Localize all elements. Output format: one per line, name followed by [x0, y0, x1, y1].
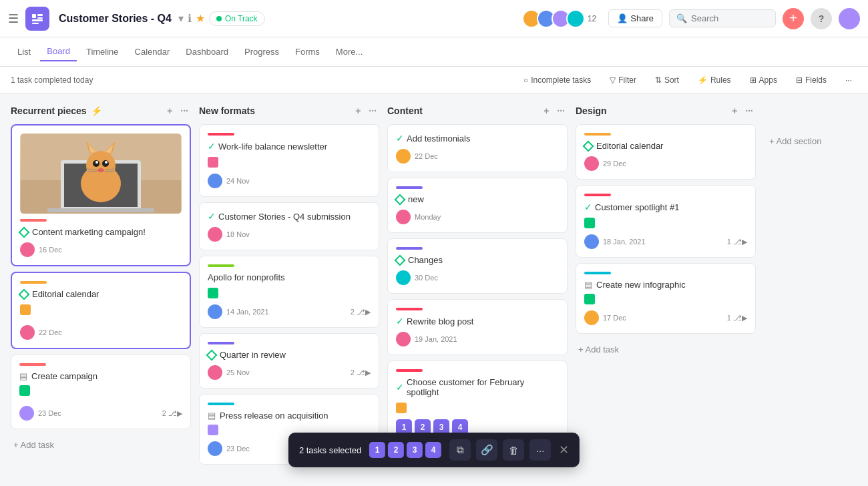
- sel-num-3: 3: [407, 442, 423, 458]
- card-create-campaign[interactable]: ▤ Create campaign 23 Dec 2 ⎇▶: [11, 354, 191, 429]
- more-col-btn[interactable]: ···: [178, 104, 191, 117]
- user-avatar[interactable]: [839, 8, 860, 29]
- column-header-design: Design + ···: [576, 104, 756, 117]
- assignee-avatar: [208, 174, 222, 188]
- card-rewrite-blog[interactable]: ✓Rewrite blog post 19 Jan, 2021: [387, 299, 568, 355]
- card-color-bar: [396, 247, 423, 250]
- column-header-actions: + ···: [541, 104, 568, 117]
- task-completion-status: 1 task completed today: [11, 75, 93, 85]
- assignee-avatar: [396, 149, 411, 164]
- card-title-customer-stories: ✓Customer Stories - Q4 submission: [208, 211, 371, 222]
- assignee-avatar: [396, 270, 411, 285]
- add-col-btn[interactable]: +: [729, 104, 740, 117]
- card-changes[interactable]: Changes 30 Dec: [387, 238, 568, 294]
- assignee-avatar: [208, 365, 222, 380]
- column-title-design: Design: [576, 105, 607, 116]
- app-logo[interactable]: [25, 7, 49, 31]
- add-section-btn[interactable]: + Add section: [764, 131, 827, 152]
- card-date: 30 Dec: [415, 274, 438, 282]
- card-choose-customer[interactable]: ✓Choose customer for February spotlight …: [387, 360, 568, 444]
- card-tag: [396, 403, 407, 413]
- apps-btn[interactable]: ⊞ Apps: [744, 73, 783, 87]
- add-task-design[interactable]: + Add task: [576, 339, 756, 360]
- sel-close-btn[interactable]: ✕: [559, 443, 569, 457]
- fields-btn[interactable]: ⊟ Fields: [791, 73, 832, 87]
- rules-btn[interactable]: ⚡ Rules: [692, 73, 736, 87]
- more-options-btn[interactable]: ···: [840, 73, 857, 87]
- assignee-avatar: [584, 310, 599, 325]
- nav-board[interactable]: Board: [40, 42, 77, 61]
- table-icon: ▤: [584, 280, 592, 290]
- search-box[interactable]: 🔍: [669, 9, 776, 27]
- card-quarter-review[interactable]: Quarter in review 25 Nov 2 ⎇▶: [199, 333, 379, 389]
- incomplete-tasks-btn[interactable]: ○ Incomplete tasks: [518, 73, 596, 87]
- card-color-bar: [396, 308, 423, 310]
- card-work-life[interactable]: ✓Work-life balance newsletter 24 Nov: [199, 124, 379, 197]
- card-content-marketing[interactable]: Content marketing campaign! 16 Dec: [11, 124, 191, 266]
- share-button[interactable]: 👤 Share: [608, 9, 662, 27]
- card-date: 18 Nov: [226, 230, 250, 238]
- nav-timeline[interactable]: Timeline: [79, 43, 126, 61]
- card-tag: [208, 425, 218, 435]
- add-col-btn[interactable]: +: [541, 104, 552, 117]
- card-editorial-calendar[interactable]: Editorial calendar 22 Dec: [11, 272, 191, 349]
- card-add-testimonials[interactable]: ✓Add testimonials 22 Dec: [387, 124, 568, 172]
- more-col-btn[interactable]: ···: [366, 104, 379, 117]
- nav-dashboard[interactable]: Dashboard: [179, 43, 235, 61]
- card-title-rewrite: ✓Rewrite blog post: [396, 316, 559, 326]
- assignee-avatar: [208, 304, 222, 319]
- card-color-bar: [396, 369, 423, 372]
- sel-delete-btn[interactable]: 🗑: [503, 439, 524, 461]
- card-badge: 1 ⎇▶: [727, 314, 747, 322]
- add-button[interactable]: +: [783, 8, 804, 29]
- svg-point-20: [97, 168, 104, 172]
- card-new[interactable]: new Monday: [387, 178, 568, 233]
- nav-list[interactable]: List: [11, 43, 37, 61]
- column-title-new-formats: New formats: [199, 105, 255, 116]
- star-icon[interactable]: ★: [196, 12, 205, 25]
- card-apollo[interactable]: Apollo for nonprofits 14 Jan, 2021 2 ⎇▶: [199, 256, 379, 328]
- filter-btn[interactable]: ▽ Filter: [604, 73, 642, 87]
- card-footer: Monday: [396, 210, 559, 224]
- title-actions: ▾ ℹ ★ On Track: [178, 11, 265, 26]
- search-input[interactable]: [691, 13, 758, 23]
- sel-more-btn[interactable]: ···: [529, 439, 551, 461]
- sel-copy-btn[interactable]: ⧉: [449, 439, 471, 461]
- dropdown-icon[interactable]: ▾: [178, 12, 184, 25]
- hamburger-icon[interactable]: ☰: [8, 11, 19, 26]
- diamond-icon: [583, 140, 594, 152]
- column-title-recurrent: Recurrent pieces: [11, 105, 87, 116]
- add-col-btn[interactable]: +: [353, 104, 363, 117]
- card-color-bar: [396, 186, 423, 189]
- card-title-editorial: Editorial calendar: [20, 289, 182, 299]
- sel-link-btn[interactable]: 🔗: [476, 439, 497, 461]
- card-infographic[interactable]: ▤ Create new infographic 17 Dec 1 ⎇▶: [576, 263, 756, 334]
- card-date: 14 Jan, 2021: [226, 308, 269, 316]
- card-tag: [208, 157, 218, 168]
- card-customer-stories-q4[interactable]: ✓Customer Stories - Q4 submission 18 Nov: [199, 202, 379, 250]
- avatar-count: 12: [588, 14, 596, 23]
- card-badge: 1 ⎇▶: [727, 238, 747, 246]
- more-col-btn[interactable]: ···: [554, 104, 568, 117]
- nav-progress[interactable]: Progress: [238, 43, 286, 61]
- more-col-btn[interactable]: ···: [742, 104, 756, 117]
- card-date: 29 Dec: [603, 160, 626, 168]
- nav-calendar[interactable]: Calendar: [128, 43, 177, 61]
- add-col-btn[interactable]: +: [164, 104, 175, 117]
- add-section-label: + Add section: [769, 136, 821, 146]
- card-footer: 16 Dec: [20, 242, 182, 257]
- nav-forms[interactable]: Forms: [288, 43, 327, 61]
- nav-more[interactable]: More...: [329, 43, 369, 61]
- card-footer: 18 Jan, 2021 1 ⎇▶: [584, 234, 747, 249]
- board-toolbar: 1 task completed today ○ Incomplete task…: [0, 67, 868, 93]
- add-task-recurrent[interactable]: + Add task: [11, 435, 191, 455]
- card-tag: [19, 385, 30, 396]
- card-color-bar: [208, 403, 234, 405]
- card-footer: 24 Nov: [208, 174, 371, 188]
- avatar-group[interactable]: 12: [522, 9, 596, 28]
- card-customer-spotlight[interactable]: ✓Customer spotlight #1 18 Jan, 2021 1 ⎇▶: [576, 185, 756, 258]
- help-button[interactable]: ?: [811, 8, 832, 29]
- card-editorial-design[interactable]: Editorial calendar 29 Dec: [576, 124, 756, 180]
- sort-btn[interactable]: ⇅ Sort: [650, 73, 684, 87]
- info-icon[interactable]: ℹ: [188, 12, 192, 25]
